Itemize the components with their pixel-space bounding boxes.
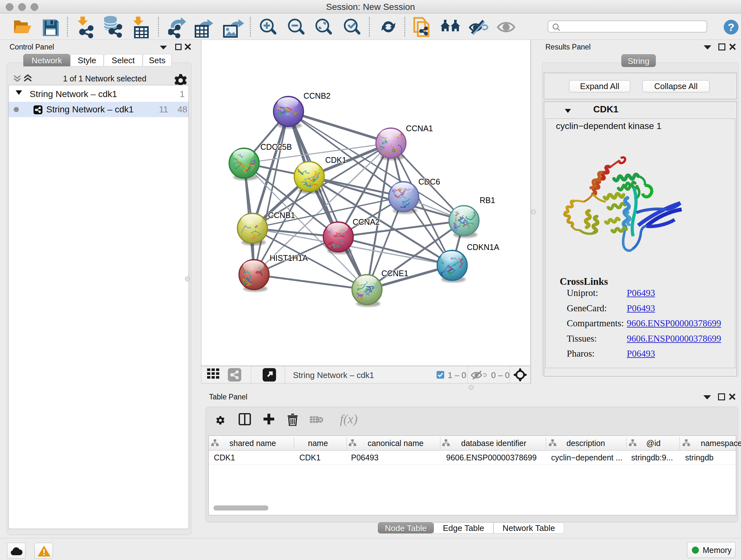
svg-text:CCNB1: CCNB1 [268, 211, 295, 220]
svg-text:HIST1H1A: HIST1H1A [270, 253, 308, 262]
svg-text:CCNA2: CCNA2 [353, 217, 380, 226]
svg-text:CDC6: CDC6 [418, 177, 440, 186]
svg-text:CDC25B: CDC25B [260, 142, 292, 151]
svg-text:CCNB2: CCNB2 [304, 91, 331, 100]
svg-text:CCNE1: CCNE1 [381, 269, 408, 278]
svg-text:RB1: RB1 [480, 196, 495, 205]
svg-text:CDK1: CDK1 [325, 155, 347, 165]
svg-text:CDKN1A: CDKN1A [467, 243, 499, 252]
svg-text:CCNA1: CCNA1 [406, 124, 433, 133]
